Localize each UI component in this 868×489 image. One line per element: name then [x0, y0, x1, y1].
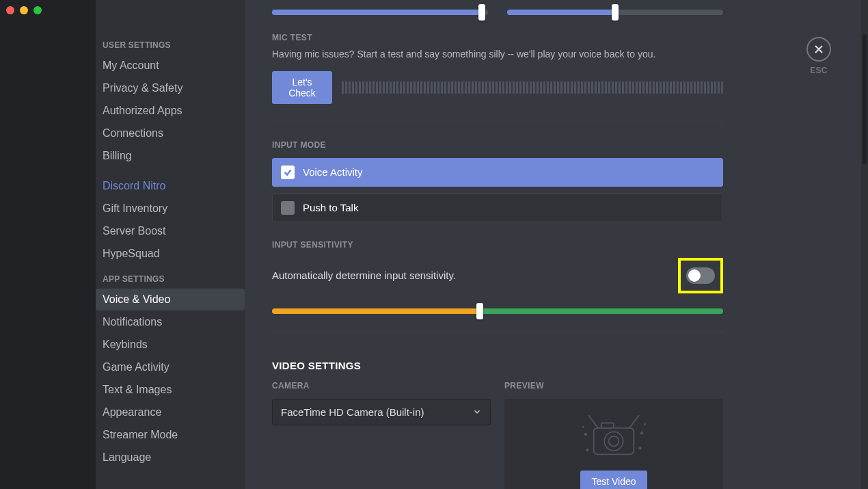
- sidebar-item-game-activity[interactable]: Game Activity: [96, 356, 245, 378]
- close-settings-area: ESC: [806, 37, 831, 75]
- esc-label: ESC: [806, 66, 831, 75]
- svg-point-1: [604, 432, 623, 451]
- test-video-button[interactable]: Test Video: [580, 471, 647, 489]
- annotation-highlight: [678, 258, 723, 293]
- settings-sidebar: USER SETTINGS My Account Privacy & Safet…: [96, 0, 245, 489]
- svg-point-4: [584, 433, 586, 435]
- divider: [272, 122, 723, 122]
- svg-rect-3: [601, 423, 614, 427]
- divider: [272, 332, 723, 332]
- checkbox-icon: [281, 201, 295, 215]
- settings-content: ESC MIC TEST Having mic issues? Start a …: [245, 0, 868, 489]
- svg-point-5: [641, 432, 643, 434]
- camera-select-value: FaceTime HD Camera (Built-in): [281, 406, 424, 418]
- svg-point-2: [609, 436, 619, 446]
- input-mode-voice-activity[interactable]: Voice Activity: [272, 158, 723, 187]
- auto-sensitivity-toggle[interactable]: [686, 267, 715, 284]
- svg-point-6: [586, 449, 588, 451]
- close-window-dot[interactable]: [6, 6, 14, 14]
- content-scrollbar[interactable]: [861, 0, 868, 489]
- sidebar-item-billing[interactable]: Billing: [96, 145, 245, 167]
- sidebar-item-my-account[interactable]: My Account: [96, 55, 245, 77]
- sidebar-item-text-images[interactable]: Text & Images: [96, 379, 245, 401]
- video-preview-box: Test Video: [504, 399, 723, 489]
- input-mode-push-to-talk[interactable]: Push to Talk: [272, 194, 723, 222]
- input-mode-push-to-talk-label: Push to Talk: [303, 202, 358, 213]
- sidebar-item-hypesquad[interactable]: HypeSquad: [96, 243, 245, 265]
- volume-sliders-row: [272, 0, 723, 15]
- mic-test-button[interactable]: Let's Check: [272, 71, 332, 104]
- preview-header: PREVIEW: [504, 381, 723, 391]
- svg-point-7: [639, 447, 641, 449]
- camera-select[interactable]: FaceTime HD Camera (Built-in): [272, 399, 491, 425]
- input-sensitivity-header: INPUT SENSITIVITY: [272, 240, 723, 250]
- sidebar-header-app: APP SETTINGS: [96, 270, 245, 288]
- input-mode-header: INPUT MODE: [272, 140, 723, 150]
- mic-test-help: Having mic issues? Start a test and say …: [272, 48, 723, 62]
- camera-header: CAMERA: [272, 381, 491, 391]
- close-settings-button[interactable]: [806, 37, 831, 62]
- window-traffic-lights: [6, 6, 42, 14]
- sidebar-item-voice-video[interactable]: Voice & Video: [96, 289, 245, 310]
- sidebar-item-server-boost[interactable]: Server Boost: [96, 220, 245, 242]
- sidebar-item-discord-nitro[interactable]: Discord Nitro: [96, 175, 245, 197]
- sidebar-header-user: USER SETTINGS: [96, 36, 245, 54]
- mic-test-header: MIC TEST: [272, 33, 723, 42]
- close-icon: [813, 44, 824, 55]
- mic-test-meter: [342, 81, 723, 94]
- video-settings-title: VIDEO SETTINGS: [272, 360, 723, 371]
- input-sensitivity-slider[interactable]: [272, 308, 723, 314]
- chevron-down-icon: [472, 407, 482, 417]
- minimize-window-dot[interactable]: [20, 6, 28, 14]
- checkbox-icon: [281, 166, 295, 179]
- sidebar-gutter: [0, 0, 96, 489]
- sidebar-item-language[interactable]: Language: [96, 447, 245, 468]
- sidebar-item-privacy-safety[interactable]: Privacy & Safety: [96, 77, 245, 99]
- camera-illustration-icon: [576, 407, 651, 464]
- sidebar-item-keybinds[interactable]: Keybinds: [96, 334, 245, 356]
- sidebar-item-streamer-mode[interactable]: Streamer Mode: [96, 424, 245, 446]
- sidebar-item-connections[interactable]: Connections: [96, 122, 245, 144]
- output-volume-slider[interactable]: [507, 10, 723, 15]
- sidebar-item-notifications[interactable]: Notifications: [96, 311, 245, 333]
- maximize-window-dot[interactable]: [33, 6, 42, 14]
- input-mode-voice-activity-label: Voice Activity: [303, 166, 363, 178]
- sidebar-item-gift-inventory[interactable]: Gift Inventory: [96, 198, 245, 220]
- input-volume-slider[interactable]: [272, 10, 488, 15]
- sidebar-item-authorized-apps[interactable]: Authorized Apps: [96, 100, 245, 122]
- auto-sensitivity-label: Automatically determine input sensitivit…: [272, 269, 456, 281]
- sidebar-item-appearance[interactable]: Appearance: [96, 401, 245, 423]
